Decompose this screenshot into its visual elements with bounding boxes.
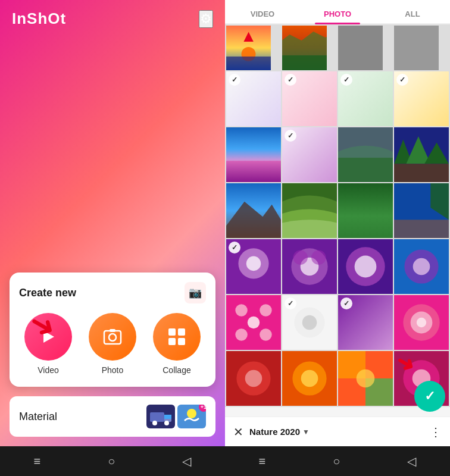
- photo-image: [394, 295, 449, 350]
- photo-cell-pink-rose[interactable]: [394, 295, 449, 350]
- photo-image: [282, 239, 337, 294]
- close-button[interactable]: ✕: [233, 425, 243, 439]
- photo-image: [394, 26, 439, 70]
- check-mark: ✓: [229, 74, 240, 86]
- tabs-row: VIDEO PHOTO ALL: [225, 0, 450, 24]
- svg-point-13: [187, 409, 196, 418]
- more-button[interactable]: ⋮: [430, 425, 442, 439]
- photo-image: [338, 183, 393, 238]
- photo-cell-forest3[interactable]: [338, 183, 393, 238]
- check-mark: ✓: [285, 74, 296, 86]
- photo-image: [226, 295, 281, 350]
- photo-cell-red-rose[interactable]: [226, 351, 281, 406]
- photo-cell-purple-lg2[interactable]: [338, 239, 393, 294]
- photo-cell-blue-purple[interactable]: [394, 239, 449, 294]
- check-mark: ✓: [340, 74, 352, 86]
- photo-image: [338, 26, 383, 70]
- album-selector[interactable]: Nature 2020 ▼: [249, 427, 424, 437]
- photo-image: [394, 239, 449, 294]
- photo-cell-check4[interactable]: ✓: [394, 71, 449, 126]
- photo-cell-small-pink[interactable]: [226, 295, 281, 350]
- photo-label: Photo: [102, 365, 124, 375]
- svg-point-54: [417, 318, 426, 327]
- svg-rect-1: [104, 331, 121, 344]
- svg-rect-4: [168, 328, 176, 336]
- photo-cell-purple3-check[interactable]: ✓: [338, 295, 393, 350]
- photo-cell-check2[interactable]: ✓: [282, 71, 337, 126]
- svg-rect-3: [110, 329, 115, 332]
- photo-image: [282, 183, 337, 238]
- photo-cell-purple-lg[interactable]: [282, 239, 337, 294]
- right-nav-bar: ≡ ○ ◁: [225, 446, 450, 476]
- material-thumbnails: +1: [146, 405, 206, 428]
- confirm-button[interactable]: ✓: [414, 381, 445, 412]
- photo-image: [394, 127, 449, 182]
- svg-point-41: [413, 258, 430, 275]
- photo-cell-check1[interactable]: ✓: [226, 71, 281, 126]
- check-mark: ✓: [340, 298, 352, 309]
- photo-image: [282, 351, 337, 406]
- photo-cell-empty2[interactable]: [394, 26, 439, 70]
- nav-menu-icon-right[interactable]: ≡: [259, 455, 266, 468]
- photo-cell-empty1[interactable]: [338, 26, 383, 70]
- photo-cell-mountain[interactable]: [226, 183, 281, 238]
- check-mark: ✓: [285, 298, 296, 309]
- photo-cell[interactable]: ▲: [226, 26, 271, 70]
- bottom-bar: ✕ Nature 2020 ▼ ⋮: [225, 416, 450, 446]
- create-new-header: Create new 📷: [19, 282, 206, 303]
- svg-point-64: [357, 369, 375, 388]
- photo-image: [226, 127, 281, 182]
- nav-back-icon-right[interactable]: ◁: [407, 454, 416, 468]
- material-card[interactable]: Material +1: [10, 396, 215, 437]
- nav-home-icon-right[interactable]: ○: [333, 455, 340, 468]
- photo-cell-coastal[interactable]: [394, 183, 449, 238]
- photo-grid-container: ▲ ✓: [225, 24, 450, 416]
- photo-cell-white-flower[interactable]: ✓: [282, 295, 337, 350]
- photo-cell-treemist[interactable]: [338, 127, 393, 182]
- photo-cell[interactable]: [282, 26, 327, 70]
- tab-photo[interactable]: PHOTO: [300, 4, 375, 23]
- app-header: InShOt ⚙: [0, 0, 225, 37]
- tab-all[interactable]: ALL: [375, 4, 450, 23]
- photo-image: [338, 239, 393, 294]
- svg-rect-12: [164, 415, 171, 419]
- video-label: Video: [38, 365, 59, 375]
- collage-label: Collage: [162, 365, 190, 375]
- svg-point-30: [246, 256, 261, 271]
- photo-image: [394, 183, 449, 238]
- svg-rect-27: [394, 220, 449, 238]
- check-mark: ✓: [285, 130, 296, 142]
- svg-point-46: [260, 328, 271, 340]
- svg-point-34: [293, 250, 308, 265]
- camera-button[interactable]: 📷: [185, 282, 206, 303]
- svg-rect-7: [178, 338, 185, 345]
- photo-cell-field[interactable]: [226, 127, 281, 182]
- photo-cell-check3[interactable]: ✓: [338, 71, 393, 126]
- truck-icon: [149, 406, 173, 427]
- nav-home-icon[interactable]: ○: [108, 455, 115, 468]
- photo-cell-lavender-check[interactable]: ✓: [282, 127, 337, 182]
- svg-rect-23: [394, 164, 449, 182]
- svg-point-43: [235, 304, 247, 316]
- nav-back-icon[interactable]: ◁: [182, 454, 191, 468]
- photo-cell-multicolor[interactable]: [338, 351, 393, 406]
- svg-rect-6: [168, 338, 176, 345]
- photo-cell-rice[interactable]: [282, 183, 337, 238]
- tab-video[interactable]: VIDEO: [225, 4, 300, 23]
- nav-menu-icon[interactable]: ≡: [34, 455, 41, 468]
- material-thumb-1: [146, 405, 175, 428]
- settings-button[interactable]: ⚙: [199, 10, 213, 28]
- svg-point-10: [152, 421, 157, 425]
- create-collage-button[interactable]: Collage: [153, 313, 201, 375]
- create-photo-button[interactable]: Photo: [89, 313, 136, 375]
- photo-cell-purple-check[interactable]: ✓: [226, 239, 281, 294]
- svg-point-35: [311, 250, 326, 265]
- check-mark: ✓: [396, 74, 408, 86]
- svg-point-47: [248, 317, 260, 328]
- photo-cell-forest2[interactable]: [394, 127, 449, 182]
- photo-circle: [89, 313, 136, 361]
- photo-cell-orange-flower[interactable]: [282, 351, 337, 406]
- create-buttons-row: ➜ Video Photo: [19, 313, 206, 375]
- svg-rect-16: [226, 57, 271, 70]
- photo-image: [282, 26, 327, 70]
